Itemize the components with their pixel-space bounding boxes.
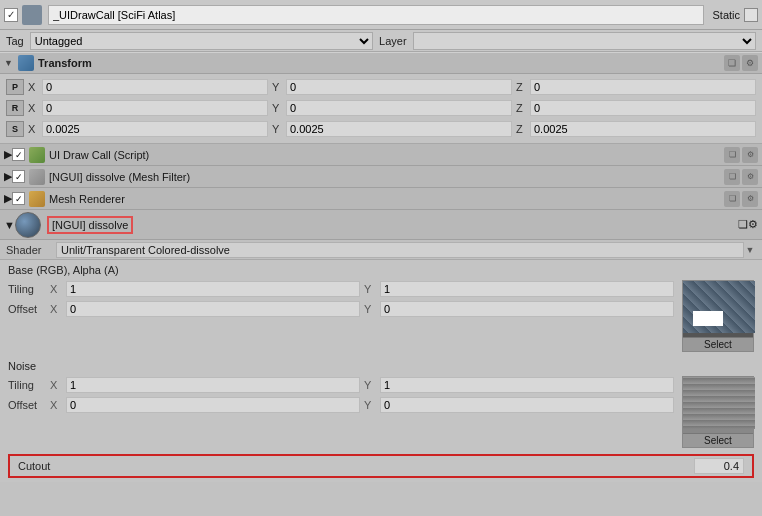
material-content: Base (RGB), Alpha (A) Tiling X Y Offset … bbox=[0, 260, 762, 482]
material-gear-btn[interactable]: ⚙ bbox=[748, 218, 758, 231]
transform-p-x-input[interactable] bbox=[42, 79, 268, 95]
transform-p-y-label: Y bbox=[272, 81, 282, 93]
transform-section-header[interactable]: ▼ Transform ❏ ⚙ bbox=[0, 52, 762, 74]
base-tiling-row: Tiling X Y bbox=[8, 280, 674, 298]
static-text: Static bbox=[712, 9, 740, 21]
mesh-filter-gear-btn[interactable]: ⚙ bbox=[742, 169, 758, 185]
material-copy-btn[interactable]: ❏ bbox=[738, 218, 748, 231]
component-mesh-filter[interactable]: ▶ [NGUI] dissolve (Mesh Filter) ❏ ⚙ bbox=[0, 166, 762, 188]
transform-s-z-label: Z bbox=[516, 123, 526, 135]
shader-row: Shader Unlit/Transparent Colored-dissolv… bbox=[0, 240, 762, 260]
layer-select[interactable] bbox=[413, 32, 756, 50]
noise-offset-y-label: Y bbox=[364, 399, 376, 411]
transform-p-y-input[interactable] bbox=[286, 79, 512, 95]
base-texture-preview: Select bbox=[682, 280, 754, 352]
transform-r-xyz: X Y Z bbox=[28, 100, 756, 116]
mesh-renderer-title: Mesh Renderer bbox=[49, 193, 722, 205]
shader-label: Shader bbox=[6, 244, 56, 256]
gameobject-icon bbox=[22, 5, 42, 25]
noise-texture-image bbox=[683, 377, 755, 429]
transform-gear-icon[interactable]: ⚙ bbox=[742, 55, 758, 71]
base-offset-x-input[interactable] bbox=[66, 301, 360, 317]
transform-p-z-input[interactable] bbox=[530, 79, 756, 95]
base-tiling-y-input[interactable] bbox=[380, 281, 674, 297]
mesh-filter-icon bbox=[29, 169, 45, 185]
noise-section-label: Noise bbox=[8, 360, 754, 372]
transform-r-z-input[interactable] bbox=[530, 100, 756, 116]
noise-texture-select-button[interactable]: Select bbox=[683, 433, 753, 447]
transform-r-x-input[interactable] bbox=[42, 100, 268, 116]
base-offset-label: Offset bbox=[8, 303, 50, 315]
mesh-renderer-gear-btn[interactable]: ⚙ bbox=[742, 191, 758, 207]
base-texture-controls: Tiling X Y Offset X Y bbox=[8, 280, 674, 352]
mesh-renderer-copy-btn[interactable]: ❏ bbox=[724, 191, 740, 207]
base-offset-y-input[interactable] bbox=[380, 301, 674, 317]
transform-expand-arrow: ▼ bbox=[4, 58, 14, 68]
noise-tiling-x-input[interactable] bbox=[66, 377, 360, 393]
mesh-renderer-checkbox[interactable] bbox=[12, 192, 25, 205]
mesh-filter-copy-btn[interactable]: ❏ bbox=[724, 169, 740, 185]
top-header-bar: Static bbox=[0, 0, 762, 30]
material-header[interactable]: ▼ [NGUI] dissolve ❏ ⚙ bbox=[0, 210, 762, 240]
transform-p-z-label: Z bbox=[516, 81, 526, 93]
cutout-value[interactable]: 0.4 bbox=[694, 458, 744, 474]
noise-offset-row: Offset X Y bbox=[8, 396, 674, 414]
noise-tiling-row: Tiling X Y bbox=[8, 376, 674, 394]
gameobject-name-input[interactable] bbox=[48, 5, 704, 25]
base-offset-y-label: Y bbox=[364, 303, 376, 315]
noise-texture-section: Tiling X Y Offset X Y bbox=[8, 376, 754, 448]
transform-grid: P X Y Z R X Y Z S X Y Z bbox=[0, 74, 762, 144]
base-tiling-x-label: X bbox=[50, 283, 62, 295]
transform-r-x-label: X bbox=[28, 102, 38, 114]
tag-select[interactable]: Untagged bbox=[30, 32, 373, 50]
ui-draw-call-gear-btn[interactable]: ⚙ bbox=[742, 147, 758, 163]
noise-tiling-xy: X Y bbox=[50, 377, 674, 393]
noise-tiling-y-input[interactable] bbox=[380, 377, 674, 393]
base-tiling-y-label: Y bbox=[364, 283, 376, 295]
transform-r-y-input[interactable] bbox=[286, 100, 512, 116]
transform-copy-icon[interactable]: ❏ bbox=[724, 55, 740, 71]
gameobject-active-checkbox[interactable] bbox=[4, 8, 18, 22]
ui-draw-call-checkbox[interactable] bbox=[12, 148, 25, 161]
base-tiling-label: Tiling bbox=[8, 283, 50, 295]
transform-p-button[interactable]: P bbox=[6, 79, 24, 95]
transform-s-button[interactable]: S bbox=[6, 121, 24, 137]
base-texture-select-button[interactable]: Select bbox=[683, 337, 753, 351]
component-mesh-renderer[interactable]: ▶ Mesh Renderer ❏ ⚙ bbox=[0, 188, 762, 210]
base-offset-row: Offset X Y bbox=[8, 300, 674, 318]
ui-draw-call-icon bbox=[29, 147, 45, 163]
mesh-renderer-expand: ▶ bbox=[4, 192, 12, 205]
component-ui-draw-call[interactable]: ▶ UI Draw Call (Script) ❏ ⚙ bbox=[0, 144, 762, 166]
transform-icon bbox=[18, 55, 34, 71]
material-name-highlighted: [NGUI] dissolve bbox=[47, 216, 133, 234]
material-expand-arrow: ▼ bbox=[4, 219, 15, 231]
ui-draw-call-title: UI Draw Call (Script) bbox=[49, 149, 722, 161]
base-texture-section: Tiling X Y Offset X Y bbox=[8, 280, 754, 352]
material-name: [NGUI] dissolve bbox=[47, 216, 738, 234]
transform-p-x-label: X bbox=[28, 81, 38, 93]
ui-draw-call-expand: ▶ bbox=[4, 148, 12, 161]
ui-draw-call-copy-btn[interactable]: ❏ bbox=[724, 147, 740, 163]
mesh-filter-expand: ▶ bbox=[4, 170, 12, 183]
noise-tiling-label: Tiling bbox=[8, 379, 50, 391]
noise-offset-x-label: X bbox=[50, 399, 62, 411]
base-tiling-x-input[interactable] bbox=[66, 281, 360, 297]
transform-s-z-input[interactable] bbox=[530, 121, 756, 137]
transform-p-xyz: X Y Z bbox=[28, 79, 756, 95]
transform-r-button[interactable]: R bbox=[6, 100, 24, 116]
shader-value[interactable]: Unlit/Transparent Colored-dissolve bbox=[56, 242, 744, 258]
mesh-filter-checkbox[interactable] bbox=[12, 170, 25, 183]
transform-s-x-input[interactable] bbox=[42, 121, 268, 137]
shader-dropdown-arrow[interactable]: ▼ bbox=[744, 244, 756, 256]
transform-s-y-input[interactable] bbox=[286, 121, 512, 137]
noise-tiling-x-label: X bbox=[50, 379, 62, 391]
static-checkbox[interactable] bbox=[744, 8, 758, 22]
transform-r-y-label: Y bbox=[272, 102, 282, 114]
transform-s-y-label: Y bbox=[272, 123, 282, 135]
noise-offset-label: Offset bbox=[8, 399, 50, 411]
noise-offset-x-input[interactable] bbox=[66, 397, 360, 413]
tag-layer-row: Tag Untagged Layer bbox=[0, 30, 762, 52]
noise-offset-y-input[interactable] bbox=[380, 397, 674, 413]
layer-label: Layer bbox=[379, 35, 407, 47]
noise-tiling-y-label: Y bbox=[364, 379, 376, 391]
